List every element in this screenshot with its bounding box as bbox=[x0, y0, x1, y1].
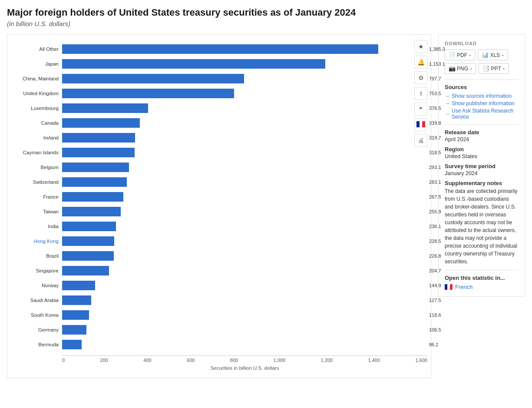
bar-label: Germany bbox=[14, 327, 62, 332]
bar-container: 376.5 bbox=[62, 103, 427, 113]
x-axis-tick: 200 bbox=[100, 358, 108, 363]
download-title: DOWNLOAD bbox=[445, 41, 519, 46]
bar-label: India bbox=[14, 224, 62, 229]
sources-title: Sources bbox=[445, 84, 519, 90]
supplementary-text: The data are collected primarily from U.… bbox=[445, 187, 519, 265]
pdf-icon: 📄 bbox=[449, 52, 456, 58]
pdf-download-button[interactable]: 📄 PDF + bbox=[445, 50, 475, 60]
bar-label-link[interactable]: Hong Kong bbox=[33, 239, 59, 244]
bar-value: 797.7 bbox=[429, 76, 441, 81]
show-publisher-label: Show publisher information bbox=[452, 100, 515, 106]
x-axis-label: Securities in billion U.S. dollars bbox=[62, 365, 427, 371]
bar-container: 144.9 bbox=[62, 281, 427, 290]
table-row: Luxembourg376.5 bbox=[14, 101, 427, 116]
bar-fill bbox=[62, 74, 244, 83]
bar-value: 293.1 bbox=[429, 165, 441, 170]
survey-period-section: Survey time period January 2024 bbox=[445, 163, 519, 176]
x-axis-ticks: 02004006008001,0001,2001,4001,600 bbox=[62, 356, 427, 363]
ask-statista-link[interactable]: → Use Ask Statista Research Service bbox=[445, 108, 519, 120]
bar-fill bbox=[62, 163, 129, 172]
bar-value: 267.5 bbox=[429, 194, 441, 199]
bar-container: 1,385.3 bbox=[62, 44, 427, 54]
table-row: Switzerland283.1 bbox=[14, 175, 427, 189]
bar-label: Bermuda bbox=[14, 342, 62, 347]
table-row: Germany106.5 bbox=[14, 322, 427, 337]
sidebar-card: DOWNLOAD 📄 PDF + 📊 XLS + bbox=[438, 34, 525, 297]
quote-button[interactable]: ❝ bbox=[414, 103, 427, 116]
bar-fill bbox=[62, 325, 86, 335]
open-statistic-title: Open this statistic in... bbox=[445, 275, 519, 281]
bar-fill bbox=[62, 103, 148, 113]
show-publisher-link[interactable]: → Show publisher information bbox=[445, 100, 519, 106]
table-row: Ireland319.7 bbox=[14, 130, 427, 145]
bar-fill bbox=[62, 236, 114, 246]
quote-icon: ❝ bbox=[419, 106, 423, 113]
bar-fill bbox=[62, 222, 116, 231]
xls-plus: + bbox=[501, 53, 504, 58]
show-sources-link[interactable]: → Show sources information bbox=[445, 93, 519, 99]
x-axis-tick: 400 bbox=[143, 358, 151, 363]
bar-fill bbox=[62, 340, 82, 349]
bar-container: 318.5 bbox=[62, 148, 427, 157]
chart-area: All Other1,385.3Japan1,153.1China, Mainl… bbox=[14, 42, 427, 352]
bar-container: 293.1 bbox=[62, 163, 427, 172]
bar-label: Canada bbox=[14, 120, 62, 126]
bar-fill bbox=[62, 133, 135, 143]
bar-fill bbox=[62, 310, 89, 320]
pdf-label: PDF bbox=[457, 52, 467, 58]
xls-download-button[interactable]: 📊 XLS + bbox=[478, 50, 508, 60]
french-language-link[interactable]: French bbox=[455, 284, 473, 290]
png-download-button[interactable]: 📷 PNG + bbox=[445, 63, 476, 74]
star-button[interactable]: ★ bbox=[414, 40, 427, 53]
page-title: Major foreign holders of United States t… bbox=[7, 7, 525, 18]
print-button[interactable]: 🖨 bbox=[414, 134, 427, 147]
bar-container: 228.5 bbox=[62, 236, 427, 246]
png-icon: 📷 bbox=[449, 65, 456, 72]
table-row: United Kingdom753.5 bbox=[14, 86, 427, 101]
table-row: China, Mainland797.7 bbox=[14, 71, 427, 86]
bar-label: South Korea bbox=[14, 312, 62, 318]
x-axis-tick: 800 bbox=[230, 358, 238, 363]
bar-fill bbox=[62, 118, 140, 128]
bar-label: Luxembourg bbox=[14, 106, 62, 111]
table-row: South Korea118.6 bbox=[14, 308, 427, 322]
bar-container: 753.5 bbox=[62, 89, 427, 98]
table-row: France267.5 bbox=[14, 189, 427, 204]
bar-container: 283.1 bbox=[62, 177, 427, 187]
x-axis-line bbox=[62, 355, 427, 356]
release-date-value: April 2024 bbox=[445, 136, 519, 143]
bar-fill bbox=[62, 281, 95, 290]
bar-label: Belgium bbox=[14, 165, 62, 170]
open-stat-link-row: French bbox=[445, 284, 519, 290]
toolbar: ★ 🔔 ⚙ ⇧ ❝ bbox=[414, 40, 427, 147]
arrow-icon-1: → bbox=[445, 93, 450, 99]
bar-fill bbox=[62, 44, 378, 54]
bar-container: 86.2 bbox=[62, 340, 427, 349]
flag-button[interactable] bbox=[414, 118, 427, 131]
bar-fill bbox=[62, 295, 91, 305]
bar-fill bbox=[62, 207, 121, 216]
release-date-section: Release date April 2024 bbox=[445, 129, 519, 143]
bar-container: 797.7 bbox=[62, 74, 427, 83]
survey-period-label: Survey time period bbox=[445, 163, 519, 169]
arrow-icon-2: → bbox=[445, 100, 450, 106]
region-label: Region bbox=[445, 146, 519, 153]
x-axis-tick: 1,000 bbox=[274, 358, 286, 363]
x-axis: 02004006008001,0001,2001,4001,600 Securi… bbox=[14, 355, 427, 371]
bar-value: 1,385.3 bbox=[429, 46, 445, 52]
bell-button[interactable]: 🔔 bbox=[414, 56, 427, 69]
bar-container: 267.5 bbox=[62, 192, 427, 202]
ppt-download-button[interactable]: 📑 PPT + bbox=[479, 63, 509, 74]
gear-button[interactable]: ⚙ bbox=[414, 71, 427, 84]
bar-label[interactable]: Hong Kong bbox=[14, 239, 62, 244]
chart-wrapper: All Other1,385.3Japan1,153.1China, Mainl… bbox=[7, 34, 431, 378]
region-section: Region United States bbox=[445, 146, 519, 159]
french-label: French bbox=[455, 284, 473, 290]
xls-icon: 📊 bbox=[482, 52, 489, 58]
x-axis-tick: 1,200 bbox=[321, 358, 333, 363]
bar-value: 228.5 bbox=[429, 239, 441, 244]
bar-label: Cayman Islands bbox=[14, 150, 62, 155]
bar-fill bbox=[62, 148, 135, 157]
share-button[interactable]: ⇧ bbox=[414, 87, 427, 100]
bar-value: 255.9 bbox=[429, 209, 441, 214]
